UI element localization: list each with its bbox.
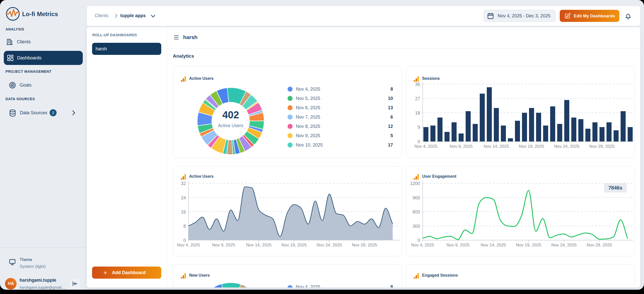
svg-text:Nov 24, 2025: Nov 24, 2025 <box>554 144 579 149</box>
svg-text:Nov 14, 2025: Nov 14, 2025 <box>480 243 506 247</box>
svg-text:Nov 29, 2025: Nov 29, 2025 <box>352 243 377 247</box>
svg-text:Nov 24, 2025: Nov 24, 2025 <box>551 243 577 247</box>
svg-text:8: 8 <box>183 224 186 229</box>
svg-text:Nov 19, 2025: Nov 19, 2025 <box>516 243 541 247</box>
svg-text:Nov 29, 2025: Nov 29, 2025 <box>589 144 615 149</box>
svg-text:36: 36 <box>415 82 420 87</box>
svg-text:0: 0 <box>183 238 186 243</box>
svg-text:Nov 14, 2025: Nov 14, 2025 <box>246 243 271 247</box>
svg-text:600: 600 <box>413 209 420 214</box>
svg-text:32: 32 <box>181 181 186 186</box>
svg-text:Nov 4, 2025: Nov 4, 2025 <box>411 243 434 247</box>
svg-text:1200: 1200 <box>410 181 420 186</box>
svg-text:16: 16 <box>181 209 186 214</box>
svg-text:27: 27 <box>415 96 420 101</box>
svg-text:900: 900 <box>413 195 420 200</box>
svg-text:Nov 4, 2025: Nov 4, 2025 <box>414 144 437 149</box>
svg-text:Nov 9, 2025: Nov 9, 2025 <box>450 144 473 149</box>
svg-text:18: 18 <box>415 111 420 116</box>
svg-text:Nov 9, 2025: Nov 9, 2025 <box>447 243 470 247</box>
svg-text:Nov 29, 2025: Nov 29, 2025 <box>587 243 612 247</box>
svg-text:0: 0 <box>418 139 420 144</box>
svg-text:Nov 19, 2025: Nov 19, 2025 <box>281 243 307 247</box>
svg-text:Nov 9, 2025: Nov 9, 2025 <box>212 243 235 247</box>
svg-text:300: 300 <box>413 224 420 229</box>
svg-text:9: 9 <box>418 125 420 130</box>
svg-text:24: 24 <box>181 195 186 200</box>
svg-text:Nov 4, 2025: Nov 4, 2025 <box>177 243 200 247</box>
svg-text:Nov 19, 2025: Nov 19, 2025 <box>519 144 544 149</box>
svg-text:Nov 24, 2025: Nov 24, 2025 <box>316 243 342 247</box>
svg-text:0: 0 <box>418 238 420 243</box>
svg-text:Nov 14, 2025: Nov 14, 2025 <box>484 144 509 149</box>
